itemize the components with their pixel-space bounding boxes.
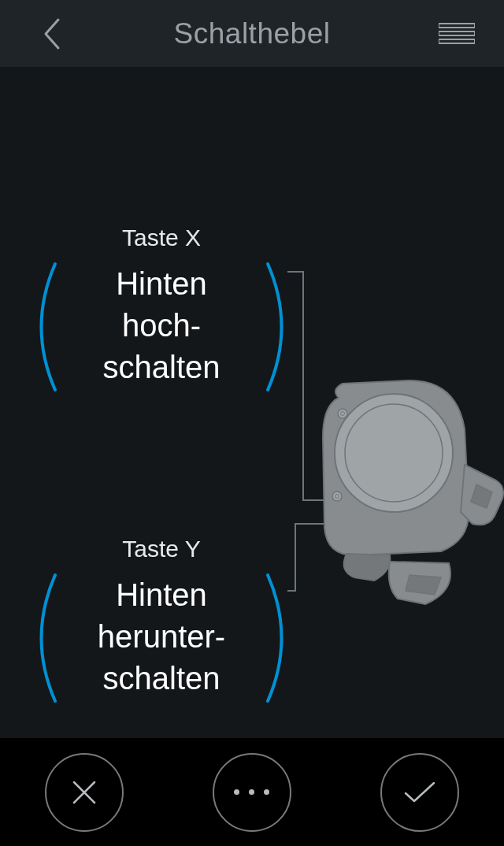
chevron-left-icon — [42, 17, 61, 50]
content-area: Taste X Hinten hoch- schalten Taste Y Hi… — [0, 67, 504, 738]
close-icon — [70, 778, 98, 807]
button-y-label: Taste Y — [35, 536, 287, 562]
svg-rect-0 — [439, 24, 475, 28]
button-x-block[interactable]: Taste X Hinten hoch- schalten — [35, 224, 287, 388]
more-button[interactable] — [213, 753, 291, 832]
shifter-illustration — [299, 374, 504, 618]
menu-icon — [439, 22, 475, 46]
confirm-button[interactable] — [380, 753, 459, 832]
menu-button[interactable] — [437, 18, 476, 50]
svg-point-7 — [338, 409, 347, 418]
svg-point-9 — [332, 492, 342, 501]
button-x-action: Hinten hoch- schalten — [35, 263, 287, 388]
page-title: Schalthebel — [174, 17, 331, 50]
footer-bar — [0, 738, 504, 846]
svg-rect-2 — [439, 39, 475, 43]
svg-point-6 — [345, 404, 443, 502]
cancel-button[interactable] — [45, 753, 124, 832]
svg-rect-1 — [439, 32, 475, 35]
more-icon — [234, 789, 269, 795]
check-icon — [402, 779, 437, 806]
button-x-label: Taste X — [35, 224, 287, 251]
back-button[interactable] — [35, 14, 67, 54]
button-y-block[interactable]: Taste Y Hinten herunter- schalten — [35, 536, 287, 699]
button-y-action: Hinten herunter- schalten — [35, 574, 287, 699]
header-bar: Schalthebel — [0, 0, 504, 67]
